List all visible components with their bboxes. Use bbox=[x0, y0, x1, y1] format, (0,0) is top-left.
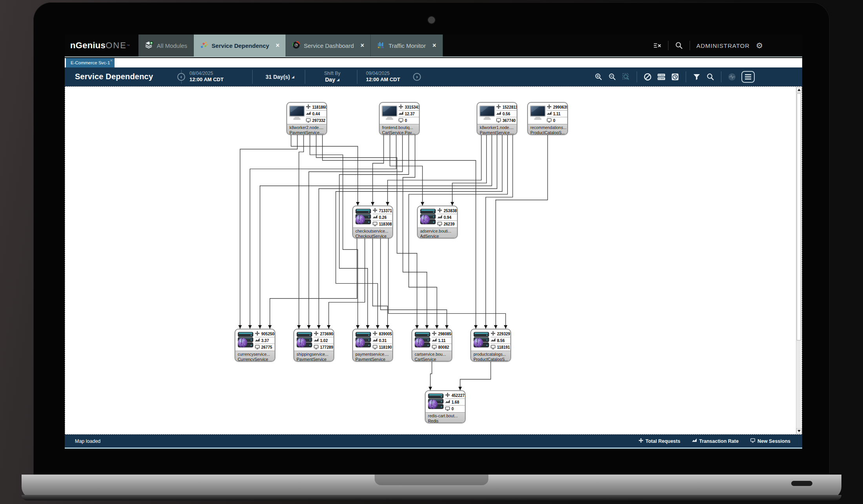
total-requests-icon bbox=[437, 208, 442, 213]
new-sessions-value: 0 bbox=[547, 117, 568, 124]
divider bbox=[305, 70, 305, 84]
node-service-name: CurrencyService bbox=[238, 357, 272, 362]
node-service-name: CartService,Pay... bbox=[382, 130, 417, 135]
logo-trademark: ™ bbox=[127, 44, 130, 47]
shift-by-dropdown[interactable]: Shift By Day ◢ bbox=[313, 70, 352, 83]
node-stats: 29906391.110 bbox=[528, 103, 567, 124]
tab-all-modules[interactable]: All Modules bbox=[138, 35, 194, 56]
graph-node-adservice[interactable]: 25383890.9426239adservice.bouti...AdServ… bbox=[417, 206, 458, 238]
time-window-icon[interactable] bbox=[671, 73, 679, 81]
node-hostname: checkoutservice... bbox=[355, 229, 390, 234]
transaction-rate-icon bbox=[373, 215, 377, 220]
start-date: 08/04/2025 bbox=[189, 70, 224, 76]
graph-node-k8worker1[interactable]: 15228110.56367740k8worker1.node....Payme… bbox=[477, 102, 517, 135]
transaction-rate-icon bbox=[547, 111, 552, 116]
dropdown-arrow-icon: ◢ bbox=[291, 75, 294, 79]
vertical-scrollbar[interactable] bbox=[796, 87, 801, 434]
new-sessions-value: 26775 bbox=[255, 344, 275, 351]
tab-ecommerce-svc-1[interactable]: E-Commerce Svc-1 × bbox=[66, 58, 115, 67]
service-dependency-icon bbox=[200, 41, 208, 50]
graph-node-checkout[interactable]: 7133710.26118308checkoutservice...Checko… bbox=[352, 206, 393, 238]
logged-in-user[interactable]: ADMINISTRATOR bbox=[696, 42, 750, 49]
transaction-rate-value: 3.37 bbox=[255, 337, 275, 344]
settings-gear-icon[interactable]: ⚙ bbox=[756, 41, 763, 50]
close-all-tabs-icon[interactable] bbox=[653, 41, 662, 50]
webcam-dot bbox=[428, 16, 435, 24]
transaction-rate-value: 1.02 bbox=[314, 337, 334, 344]
transaction-rate-value: 1.68 bbox=[445, 399, 466, 406]
graph-node-frontend[interactable]: 3315341512.370frontend.boutiq...CartServ… bbox=[379, 102, 420, 135]
end-time: 12:00 AM CDT bbox=[366, 76, 400, 83]
menu-icon[interactable] bbox=[741, 71, 755, 83]
filter-icon[interactable] bbox=[692, 73, 701, 81]
node-label: k8worker2.node....PaymentService,... bbox=[287, 124, 326, 135]
block-icon[interactable] bbox=[643, 73, 652, 81]
graph-node-currency[interactable]: 90525083.3726775currencyservice...Curren… bbox=[235, 329, 275, 362]
node-stats: 3315341512.370 bbox=[380, 103, 419, 124]
end-datetime[interactable]: 09/04/2025 12:00 AM CDT bbox=[366, 70, 400, 83]
node-label: recommendations...ProductCatalogS... bbox=[528, 124, 567, 135]
transaction-rate-value: 0.31 bbox=[373, 337, 392, 344]
zoom-in-icon[interactable] bbox=[594, 73, 603, 81]
dropdown-arrow-icon: ◢ bbox=[337, 78, 339, 82]
total-requests-value: 2538389 bbox=[437, 207, 458, 214]
total-requests-icon bbox=[491, 331, 495, 337]
node-label: frontend.boutiq...CartService,Pay... bbox=[380, 124, 419, 135]
service-dashboard-icon bbox=[292, 41, 300, 50]
transaction-rate-value: 0.94 bbox=[437, 214, 458, 221]
scrollbar-thumb[interactable] bbox=[797, 93, 801, 340]
graph-node-productcatalog[interactable]: 229329728.56118191productcatalogs...Prod… bbox=[470, 329, 511, 362]
total-requests-value: 2736904 bbox=[314, 331, 334, 337]
service-server-icon bbox=[427, 392, 444, 412]
node-label: productcatalogs...ProductCatalogS... bbox=[471, 351, 510, 362]
service-server-icon bbox=[414, 331, 431, 351]
transaction-rate-value: 12.37 bbox=[399, 111, 420, 117]
health-icon[interactable] bbox=[728, 73, 736, 81]
new-sessions-value: 177289 bbox=[314, 344, 334, 351]
tab-service-dependency[interactable]: Service Dependency× bbox=[194, 35, 286, 56]
global-search-icon[interactable] bbox=[675, 41, 683, 50]
shift-forward-button[interactable]: › bbox=[413, 73, 421, 81]
node-hostname: k8worker1.node.... bbox=[480, 125, 514, 130]
close-icon[interactable]: × bbox=[432, 42, 436, 49]
scroll-up-button[interactable] bbox=[796, 87, 802, 93]
graph-node-shipping[interactable]: 27369041.02177289shippingservice...Payme… bbox=[293, 329, 334, 362]
zoom-selection-icon[interactable] bbox=[622, 73, 630, 81]
start-datetime[interactable]: 08/04/2025 12:00 AM CDT bbox=[189, 70, 224, 83]
search-icon[interactable] bbox=[706, 73, 715, 81]
node-service-name: PaymentService bbox=[355, 357, 390, 362]
graph-node-k8worker2[interactable]: 11818600.44297332k8worker2.node....Payme… bbox=[286, 102, 327, 135]
node-stats: 8390050.31118190 bbox=[353, 329, 392, 351]
new-sessions-value: 80082 bbox=[432, 344, 452, 351]
graph-node-payment[interactable]: 8390050.31118190paymentservice....Paymen… bbox=[352, 329, 393, 362]
divider bbox=[637, 71, 637, 82]
host-monitor-icon bbox=[479, 104, 495, 124]
new-sessions-value: 0 bbox=[399, 117, 420, 124]
tab-label: Service Dashboard bbox=[304, 42, 354, 49]
transaction-rate-icon bbox=[437, 215, 442, 220]
new-sessions-icon bbox=[255, 345, 260, 350]
shift-back-button[interactable]: ‹ bbox=[177, 73, 185, 81]
duration-dropdown[interactable]: 31 Day(s) ◢ bbox=[266, 74, 294, 80]
legend-new-sessions: New Sessions bbox=[750, 438, 790, 444]
total-requests-value: 9052508 bbox=[255, 331, 275, 337]
node-stats: 45222721.680 bbox=[426, 391, 465, 412]
new-sessions-icon bbox=[445, 406, 450, 412]
zoom-out-icon[interactable] bbox=[608, 73, 617, 81]
graph-node-recommendations[interactable]: 29906391.110recommendations...ProductCat… bbox=[527, 102, 568, 135]
inventory-icon[interactable] bbox=[657, 73, 666, 81]
total-requests-value: 713371 bbox=[373, 207, 392, 214]
close-icon[interactable]: × bbox=[110, 58, 113, 63]
scroll-down-button[interactable] bbox=[796, 428, 802, 434]
new-sessions-icon bbox=[491, 345, 495, 350]
transaction-rate-icon bbox=[306, 111, 311, 116]
tab-service-dashboard[interactable]: Service Dashboard× bbox=[286, 35, 371, 56]
graph-node-cart[interactable]: 29808561.1180082cartservice.bou...CartSe… bbox=[411, 329, 452, 362]
tab-traffic-monitor[interactable]: Traffic Monitor× bbox=[371, 35, 442, 56]
laptop-lid-notch bbox=[375, 475, 488, 485]
dependency-map-canvas[interactable]: 11818600.44297332k8worker2.node....Payme… bbox=[65, 86, 802, 435]
metric-legend: Total RequestsTransaction RateNew Sessio… bbox=[639, 438, 790, 444]
close-icon[interactable]: × bbox=[360, 42, 364, 49]
graph-node-redis[interactable]: 45222721.680redis-cart.bout...Redis bbox=[425, 390, 466, 423]
close-icon[interactable]: × bbox=[276, 42, 279, 49]
